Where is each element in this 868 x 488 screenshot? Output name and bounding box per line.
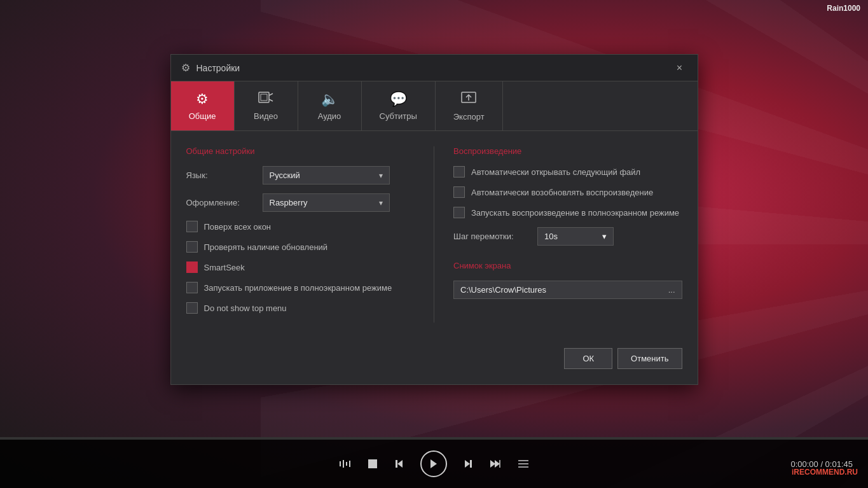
tabs-row: ⚙ Общие Видео 🔈 Аудио 💬 Субтитры — [171, 81, 698, 131]
checkbox-auto-resume-label: Автоматически возобновлять воспроизведен… — [471, 188, 653, 197]
checkbox-always-on-top-label: Поверх всех окон — [204, 222, 272, 232]
checkbox-fullscreen-app-label: Запускать приложение в полноэкранном реж… — [204, 283, 392, 293]
checkbox-auto-resume-box[interactable] — [453, 186, 465, 198]
logo-bottom: iRECOMMEND.RU — [792, 468, 858, 477]
checkbox-smart-seek-box[interactable] — [186, 261, 198, 273]
player-bar: 0:00:00 / 0:01:45 — [0, 437, 868, 488]
dialog-body: Общие настройки Язык: Русский ▾ Оформлен… — [171, 131, 698, 323]
frame-forward-button[interactable] — [489, 458, 502, 470]
checkbox-always-on-top-box[interactable] — [186, 221, 198, 232]
svg-line-3 — [269, 99, 273, 101]
export-tab-label: Экспорт — [453, 112, 485, 122]
screenshot-browse-button[interactable]: ... — [668, 285, 675, 295]
right-panel: Воспроизведение Автоматически открывать … — [434, 146, 682, 323]
checkbox-always-on-top[interactable]: Поверх всех окон — [186, 221, 415, 232]
svg-marker-16 — [490, 460, 495, 468]
tab-export[interactable]: Экспорт — [436, 81, 503, 130]
next-button[interactable] — [462, 458, 474, 470]
controls-row: 0:00:00 / 0:01:45 — [0, 440, 868, 488]
settings-dialog: ⚙ Настройки × ⚙ Общие Видео 🔈 Аудио 💬 — [170, 54, 698, 385]
checkbox-auto-open-label: Автоматически открывать следующий файл — [471, 167, 640, 177]
svg-marker-17 — [495, 460, 500, 468]
checkbox-check-updates-label: Проверять наличие обновлений — [204, 242, 328, 252]
svg-rect-1 — [261, 94, 267, 101]
svg-line-2 — [269, 94, 273, 95]
checkbox-fullscreen-app[interactable]: Запускать приложение в полноэкранном реж… — [186, 282, 415, 293]
svg-rect-12 — [396, 460, 397, 468]
dialog-title: Настройки — [196, 63, 672, 73]
checkbox-smart-seek[interactable]: SmartSeek — [186, 261, 415, 273]
tab-general[interactable]: ⚙ Общие — [171, 81, 235, 130]
seek-step-value: 10s — [544, 232, 558, 241]
tab-subtitles[interactable]: 💬 Субтитры — [362, 81, 436, 130]
subtitles-tab-label: Субтитры — [380, 111, 417, 121]
tab-video[interactable]: Видео — [235, 81, 298, 130]
checkbox-hide-top-menu[interactable]: Do not show top menu — [186, 302, 415, 314]
cancel-button[interactable]: Отменить — [617, 348, 682, 369]
checkbox-auto-open-box[interactable] — [453, 166, 465, 178]
close-button[interactable]: × — [672, 60, 687, 76]
seek-step-label: Шаг перемотки: — [453, 232, 530, 241]
dialog-footer: ОК Отменить — [171, 335, 698, 382]
checkbox-start-fullscreen-label: Запускать воспроизведение в полноэкранно… — [471, 208, 679, 218]
general-tab-label: Общие — [189, 111, 216, 121]
dialog-overlay: ⚙ Настройки × ⚙ Общие Видео 🔈 Аудио 💬 — [0, 0, 868, 439]
svg-rect-15 — [470, 460, 472, 468]
audio-tab-label: Аудио — [318, 111, 341, 121]
svg-marker-11 — [397, 460, 403, 468]
checkbox-check-updates-box[interactable] — [186, 241, 198, 253]
ok-button[interactable]: ОК — [564, 348, 612, 369]
video-tab-icon — [258, 91, 273, 108]
checkbox-start-fullscreen-box[interactable] — [453, 207, 465, 218]
equalizer-button[interactable] — [339, 458, 352, 470]
checkbox-auto-open[interactable]: Автоматически открывать следующий файл — [453, 166, 682, 178]
dialog-titlebar: ⚙ Настройки × — [171, 55, 698, 81]
theme-label: Оформление: — [186, 198, 263, 207]
theme-select[interactable]: Raspberry ▾ — [263, 193, 390, 212]
video-tab-label: Видео — [254, 111, 278, 121]
checkbox-fullscreen-app-box[interactable] — [186, 282, 198, 293]
prev-button[interactable] — [394, 458, 405, 470]
language-row: Язык: Русский ▾ — [186, 166, 415, 185]
export-tab-icon — [461, 90, 476, 108]
playlist-button[interactable] — [517, 458, 530, 470]
checkbox-smart-seek-label: SmartSeek — [204, 263, 245, 272]
svg-rect-10 — [368, 459, 377, 468]
svg-rect-0 — [259, 92, 269, 102]
svg-marker-13 — [431, 459, 437, 468]
checkbox-check-updates[interactable]: Проверять наличие обновлений — [186, 241, 415, 253]
left-panel: Общие настройки Язык: Русский ▾ Оформлен… — [186, 146, 434, 323]
theme-row: Оформление: Raspberry ▾ — [186, 193, 415, 212]
language-select[interactable]: Русский ▾ — [263, 166, 390, 185]
checkbox-auto-resume[interactable]: Автоматически возобновлять воспроизведен… — [453, 186, 682, 198]
theme-value: Raspberry — [270, 198, 308, 207]
checkbox-hide-top-menu-box[interactable] — [186, 302, 198, 314]
screenshot-section-title: Снимок экрана — [453, 261, 682, 270]
stop-button[interactable] — [367, 458, 378, 470]
svg-marker-14 — [465, 460, 470, 468]
gear-icon: ⚙ — [181, 62, 190, 74]
seek-step-chevron-icon: ▾ — [602, 232, 607, 241]
general-section-title: Общие настройки — [186, 146, 415, 156]
screenshot-path-row: C:\Users\Crow\Pictures ... — [453, 281, 682, 299]
general-tab-icon: ⚙ — [196, 91, 209, 108]
language-chevron-icon: ▾ — [379, 171, 383, 180]
screenshot-path-value: C:\Users\Crow\Pictures — [460, 285, 546, 295]
audio-tab-icon: 🔈 — [321, 91, 338, 108]
seek-step-select[interactable]: 10s ▾ — [537, 227, 614, 246]
language-value: Русский — [270, 171, 300, 180]
language-label: Язык: — [186, 171, 263, 180]
playback-section-title: Воспроизведение — [453, 146, 682, 156]
theme-chevron-icon: ▾ — [379, 199, 383, 207]
seek-step-row: Шаг перемотки: 10s ▾ — [453, 227, 682, 246]
subtitles-tab-icon: 💬 — [390, 91, 407, 108]
play-button[interactable] — [420, 450, 447, 477]
checkbox-start-fullscreen[interactable]: Запускать воспроизведение в полноэкранно… — [453, 207, 682, 218]
tab-audio[interactable]: 🔈 Аудио — [298, 81, 362, 130]
checkbox-hide-top-menu-label: Do not show top menu — [204, 303, 287, 313]
